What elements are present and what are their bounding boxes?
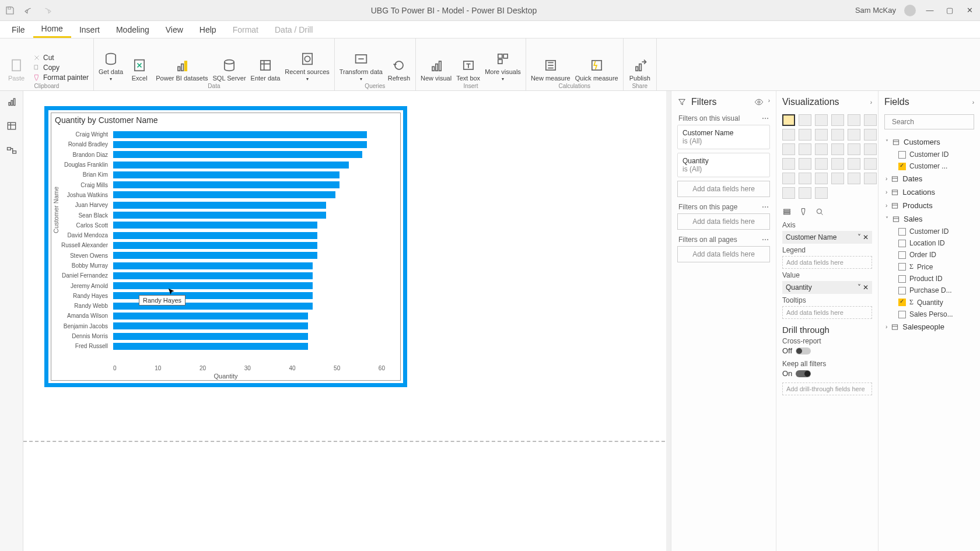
bar-row[interactable]: Benjamin Jacobs [113,321,385,331]
bar[interactable] [113,141,367,148]
save-icon[interactable] [5,5,15,16]
drill-drop[interactable]: Add drill-through fields here [782,382,872,395]
axis-field[interactable]: Customer Name˅ ✕ [782,231,872,244]
new-visual-button[interactable]: New visual [421,57,452,82]
viz-type-tile[interactable] [799,114,811,126]
eye-icon[interactable] [754,97,764,107]
quick-measure-button[interactable]: Quick measure [575,57,618,82]
viz-type-tile[interactable] [864,143,877,155]
bar-row[interactable]: Craig Mills [113,180,385,189]
bar-row[interactable]: Amanda Wilson [113,311,385,321]
filters-visual-drop[interactable]: Add data fields here [677,181,770,197]
bar[interactable] [113,232,317,239]
menu-file[interactable]: File [4,22,33,37]
viz-type-tile[interactable] [815,129,828,141]
menu-view[interactable]: View [158,22,191,37]
bar[interactable] [113,282,313,289]
field-row[interactable]: Customer ... [884,160,974,172]
avatar[interactable] [904,5,916,16]
cross-report-toggle[interactable]: Off [782,346,872,355]
viz-type-tile[interactable] [831,143,844,155]
table-header[interactable]: › Locations [884,185,974,199]
menu-insert[interactable]: Insert [71,22,108,37]
viz-type-tile[interactable] [782,114,795,126]
menu-format[interactable]: Format [225,22,267,37]
bar[interactable] [113,131,367,138]
viz-type-tile[interactable] [831,129,844,141]
keep-filters-toggle[interactable]: On [782,369,872,378]
bar-row[interactable]: Sean Black [113,210,385,220]
viz-type-tile[interactable] [848,114,860,126]
viz-type-tile[interactable] [815,187,828,199]
legend-drop[interactable]: Add data fields here [782,256,872,269]
bar[interactable] [113,262,313,269]
sql-server-button[interactable]: SQL Server [213,57,246,82]
viz-type-tile[interactable] [782,187,795,199]
viz-type-tile[interactable] [831,158,844,170]
bar-row[interactable]: David Mendoza [113,230,385,240]
bar-row[interactable]: Carlos Scott [113,220,385,230]
bar[interactable] [113,171,340,178]
enter-data-button[interactable]: Enter data [251,57,281,82]
bar[interactable] [113,191,335,198]
viz-type-tile[interactable] [864,173,877,184]
pbi-datasets-button[interactable]: Power BI datasets [156,57,208,82]
report-view-icon[interactable] [6,96,18,107]
table-header[interactable]: › Salespeople [884,320,974,334]
viz-type-tile[interactable] [831,114,844,126]
bar-row[interactable]: Dennis Morris [113,331,385,341]
bar-row[interactable]: Russell Alexander [113,240,385,250]
field-row[interactable]: Customer ID [884,226,974,237]
bar-row[interactable]: Craig Wright [113,129,385,139]
more-visuals-button[interactable]: More visuals▾ [485,51,521,82]
bar[interactable] [113,322,308,329]
menu-help[interactable]: Help [191,22,225,37]
viz-type-tile[interactable] [782,173,795,184]
viz-type-tile[interactable] [815,173,828,184]
undo-icon[interactable] [23,5,34,16]
publish-button[interactable]: Publish [628,57,652,82]
viz-type-tile[interactable] [799,158,811,170]
bar[interactable] [113,252,317,259]
format-tool-icon[interactable] [799,207,808,216]
filter-card-quantity[interactable]: Quantityis (All) [677,153,770,177]
viz-type-tile[interactable] [799,143,811,155]
scrollbar[interactable] [666,91,671,551]
collapse-icon[interactable]: › [870,99,872,106]
field-row[interactable]: Product ID [884,273,974,285]
bar[interactable] [113,162,349,169]
cut-button[interactable]: Cut [33,54,89,62]
menu-home[interactable]: Home [33,21,71,38]
tooltips-drop[interactable]: Add data fields here [782,306,872,319]
table-header[interactable]: ˅ Sales [884,212,974,226]
bar[interactable] [113,313,308,320]
bar-chart-visual[interactable]: Quantity by Customer Name Customer Name … [44,106,407,387]
field-row[interactable]: Sales Perso... [884,308,974,320]
field-row[interactable]: Purchase D... [884,285,974,296]
bar-row[interactable]: Brandon Diaz [113,150,385,160]
menu-modeling[interactable]: Modeling [108,22,158,37]
filter-card-customer[interactable]: Customer Nameis (All) [677,125,770,149]
get-data-button[interactable]: Get data▾ [99,51,123,82]
table-header[interactable]: ˅ Customers [884,135,974,149]
bar[interactable] [113,333,308,340]
fields-tool-icon[interactable] [782,207,792,216]
bar[interactable] [113,272,313,279]
viz-type-tile[interactable] [799,173,811,184]
field-row[interactable]: Customer ID [884,149,974,160]
table-header[interactable]: › Products [884,199,974,212]
bar-row[interactable]: Daniel Fernandez [113,271,385,280]
viz-type-tile[interactable] [782,143,795,155]
close-button[interactable]: ✕ [964,6,975,15]
field-row[interactable]: Order ID [884,249,974,261]
maximize-button[interactable]: ▢ [944,6,956,15]
report-canvas[interactable]: Quantity by Customer Name Customer Name … [23,91,671,551]
viz-type-tile[interactable] [799,129,811,141]
viz-type-tile[interactable] [864,129,877,141]
viz-type-tile[interactable] [831,173,844,184]
viz-type-tile[interactable] [848,129,860,141]
search-input[interactable] [892,118,979,126]
viz-type-tile[interactable] [864,158,877,170]
redo-icon[interactable] [42,5,52,16]
format-painter-button[interactable]: Format painter [33,73,89,82]
